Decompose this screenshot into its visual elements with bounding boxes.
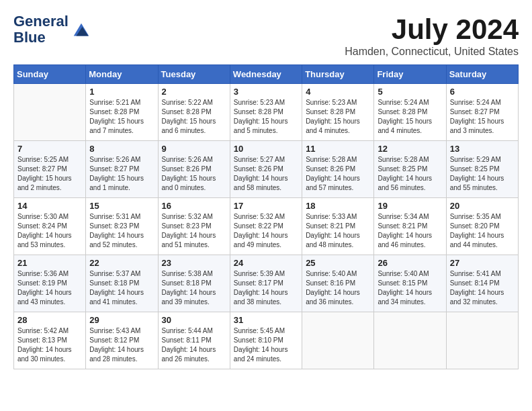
- calendar-cell: 23Sunrise: 5:38 AM Sunset: 8:18 PM Dayli…: [158, 255, 230, 312]
- day-number: 13: [450, 144, 515, 154]
- day-number: 16: [162, 201, 226, 211]
- calendar-cell: 10Sunrise: 5:27 AM Sunset: 8:26 PM Dayli…: [230, 141, 302, 198]
- day-info: Sunrise: 5:39 AM Sunset: 8:17 PM Dayligh…: [234, 269, 298, 307]
- calendar-cell: 7Sunrise: 5:25 AM Sunset: 8:27 PM Daylig…: [14, 141, 86, 198]
- calendar-cell: 21Sunrise: 5:36 AM Sunset: 8:19 PM Dayli…: [14, 255, 86, 312]
- day-info: Sunrise: 5:28 AM Sunset: 8:25 PM Dayligh…: [378, 155, 442, 193]
- calendar-cell: 11Sunrise: 5:28 AM Sunset: 8:26 PM Dayli…: [302, 141, 374, 198]
- day-info: Sunrise: 5:21 AM Sunset: 8:28 PM Dayligh…: [89, 98, 154, 136]
- weekday-row: SundayMondayTuesdayWednesdayThursdayFrid…: [14, 65, 519, 84]
- day-info: Sunrise: 5:40 AM Sunset: 8:15 PM Dayligh…: [378, 269, 442, 307]
- calendar-cell: 19Sunrise: 5:34 AM Sunset: 8:21 PM Dayli…: [374, 198, 446, 255]
- logo-icon: [71, 19, 91, 40]
- weekday-header: Thursday: [302, 65, 374, 84]
- weekday-header: Sunday: [14, 65, 86, 84]
- day-number: 10: [234, 144, 298, 154]
- day-number: 19: [378, 201, 442, 211]
- day-info: Sunrise: 5:43 AM Sunset: 8:12 PM Dayligh…: [89, 326, 154, 364]
- day-number: 15: [89, 201, 154, 211]
- calendar-cell: 27Sunrise: 5:41 AM Sunset: 8:14 PM Dayli…: [446, 255, 518, 312]
- calendar-cell: 15Sunrise: 5:31 AM Sunset: 8:23 PM Dayli…: [86, 198, 158, 255]
- day-info: Sunrise: 5:38 AM Sunset: 8:18 PM Dayligh…: [162, 269, 226, 307]
- calendar-cell: 29Sunrise: 5:43 AM Sunset: 8:12 PM Dayli…: [86, 312, 158, 369]
- day-number: 14: [17, 201, 82, 211]
- day-info: Sunrise: 5:22 AM Sunset: 8:28 PM Dayligh…: [162, 98, 226, 136]
- day-number: 26: [378, 258, 442, 268]
- day-number: 17: [234, 201, 298, 211]
- weekday-header: Monday: [86, 65, 158, 84]
- day-info: Sunrise: 5:29 AM Sunset: 8:25 PM Dayligh…: [450, 155, 515, 193]
- day-info: Sunrise: 5:42 AM Sunset: 8:13 PM Dayligh…: [17, 326, 82, 364]
- calendar-cell: [14, 84, 86, 141]
- day-info: Sunrise: 5:32 AM Sunset: 8:22 PM Dayligh…: [234, 212, 298, 250]
- calendar-cell: [446, 312, 518, 369]
- month-title: July 2024: [345, 13, 519, 46]
- day-info: Sunrise: 5:28 AM Sunset: 8:26 PM Dayligh…: [306, 155, 370, 193]
- calendar-table: SundayMondayTuesdayWednesdayThursdayFrid…: [13, 64, 519, 369]
- weekday-header: Tuesday: [158, 65, 230, 84]
- day-info: Sunrise: 5:26 AM Sunset: 8:26 PM Dayligh…: [162, 155, 226, 193]
- calendar-cell: 3Sunrise: 5:23 AM Sunset: 8:28 PM Daylig…: [230, 84, 302, 141]
- day-info: Sunrise: 5:25 AM Sunset: 8:27 PM Dayligh…: [17, 155, 82, 193]
- calendar-cell: 16Sunrise: 5:32 AM Sunset: 8:23 PM Dayli…: [158, 198, 230, 255]
- day-number: 8: [89, 144, 154, 154]
- day-number: 11: [306, 144, 370, 154]
- weekday-header: Wednesday: [230, 65, 302, 84]
- calendar-cell: 12Sunrise: 5:28 AM Sunset: 8:25 PM Dayli…: [374, 141, 446, 198]
- day-number: 23: [162, 258, 226, 268]
- calendar-week-row: 14Sunrise: 5:30 AM Sunset: 8:24 PM Dayli…: [14, 198, 519, 255]
- calendar-cell: 14Sunrise: 5:30 AM Sunset: 8:24 PM Dayli…: [14, 198, 86, 255]
- calendar-cell: 5Sunrise: 5:24 AM Sunset: 8:28 PM Daylig…: [374, 84, 446, 141]
- calendar-week-row: 1Sunrise: 5:21 AM Sunset: 8:28 PM Daylig…: [14, 84, 519, 141]
- calendar-cell: [374, 312, 446, 369]
- calendar-cell: 8Sunrise: 5:26 AM Sunset: 8:27 PM Daylig…: [86, 141, 158, 198]
- day-number: 1: [89, 87, 154, 97]
- day-number: 29: [89, 315, 154, 325]
- day-info: Sunrise: 5:34 AM Sunset: 8:21 PM Dayligh…: [378, 212, 442, 250]
- day-info: Sunrise: 5:24 AM Sunset: 8:28 PM Dayligh…: [378, 98, 442, 136]
- day-info: Sunrise: 5:31 AM Sunset: 8:23 PM Dayligh…: [89, 212, 154, 250]
- calendar-cell: 4Sunrise: 5:23 AM Sunset: 8:28 PM Daylig…: [302, 84, 374, 141]
- day-number: 18: [306, 201, 370, 211]
- day-info: Sunrise: 5:44 AM Sunset: 8:11 PM Dayligh…: [162, 326, 226, 364]
- day-number: 27: [450, 258, 515, 268]
- day-info: Sunrise: 5:37 AM Sunset: 8:18 PM Dayligh…: [89, 269, 154, 307]
- calendar-cell: 1Sunrise: 5:21 AM Sunset: 8:28 PM Daylig…: [86, 84, 158, 141]
- day-number: 2: [162, 87, 226, 97]
- title-section: July 2024 Hamden, Connecticut, United St…: [345, 13, 519, 58]
- calendar-cell: 22Sunrise: 5:37 AM Sunset: 8:18 PM Dayli…: [86, 255, 158, 312]
- calendar-cell: 17Sunrise: 5:32 AM Sunset: 8:22 PM Dayli…: [230, 198, 302, 255]
- day-info: Sunrise: 5:40 AM Sunset: 8:16 PM Dayligh…: [306, 269, 370, 307]
- weekday-header: Friday: [374, 65, 446, 84]
- calendar-cell: 2Sunrise: 5:22 AM Sunset: 8:28 PM Daylig…: [158, 84, 230, 141]
- calendar-cell: 6Sunrise: 5:24 AM Sunset: 8:27 PM Daylig…: [446, 84, 518, 141]
- calendar-cell: 9Sunrise: 5:26 AM Sunset: 8:26 PM Daylig…: [158, 141, 230, 198]
- calendar-cell: 20Sunrise: 5:35 AM Sunset: 8:20 PM Dayli…: [446, 198, 518, 255]
- calendar-body: 1Sunrise: 5:21 AM Sunset: 8:28 PM Daylig…: [14, 84, 519, 369]
- day-number: 9: [162, 144, 226, 154]
- calendar-week-row: 28Sunrise: 5:42 AM Sunset: 8:13 PM Dayli…: [14, 312, 519, 369]
- day-info: Sunrise: 5:45 AM Sunset: 8:10 PM Dayligh…: [234, 326, 298, 364]
- calendar-cell: 30Sunrise: 5:44 AM Sunset: 8:11 PM Dayli…: [158, 312, 230, 369]
- calendar-cell: [302, 312, 374, 369]
- logo-text: GeneralBlue: [13, 13, 69, 46]
- calendar-week-row: 21Sunrise: 5:36 AM Sunset: 8:19 PM Dayli…: [14, 255, 519, 312]
- day-number: 28: [17, 315, 82, 325]
- calendar-cell: 26Sunrise: 5:40 AM Sunset: 8:15 PM Dayli…: [374, 255, 446, 312]
- day-info: Sunrise: 5:27 AM Sunset: 8:26 PM Dayligh…: [234, 155, 298, 193]
- day-info: Sunrise: 5:26 AM Sunset: 8:27 PM Dayligh…: [89, 155, 154, 193]
- day-number: 5: [378, 87, 442, 97]
- day-info: Sunrise: 5:35 AM Sunset: 8:20 PM Dayligh…: [450, 212, 515, 250]
- calendar-cell: 31Sunrise: 5:45 AM Sunset: 8:10 PM Dayli…: [230, 312, 302, 369]
- day-info: Sunrise: 5:30 AM Sunset: 8:24 PM Dayligh…: [17, 212, 82, 250]
- day-info: Sunrise: 5:41 AM Sunset: 8:14 PM Dayligh…: [450, 269, 515, 307]
- calendar-cell: 13Sunrise: 5:29 AM Sunset: 8:25 PM Dayli…: [446, 141, 518, 198]
- calendar-week-row: 7Sunrise: 5:25 AM Sunset: 8:27 PM Daylig…: [14, 141, 519, 198]
- day-number: 30: [162, 315, 226, 325]
- calendar-cell: 18Sunrise: 5:33 AM Sunset: 8:21 PM Dayli…: [302, 198, 374, 255]
- calendar-header: SundayMondayTuesdayWednesdayThursdayFrid…: [14, 65, 519, 84]
- weekday-header: Saturday: [446, 65, 518, 84]
- day-number: 22: [89, 258, 154, 268]
- logo: GeneralBlue: [13, 13, 91, 46]
- day-info: Sunrise: 5:33 AM Sunset: 8:21 PM Dayligh…: [306, 212, 370, 250]
